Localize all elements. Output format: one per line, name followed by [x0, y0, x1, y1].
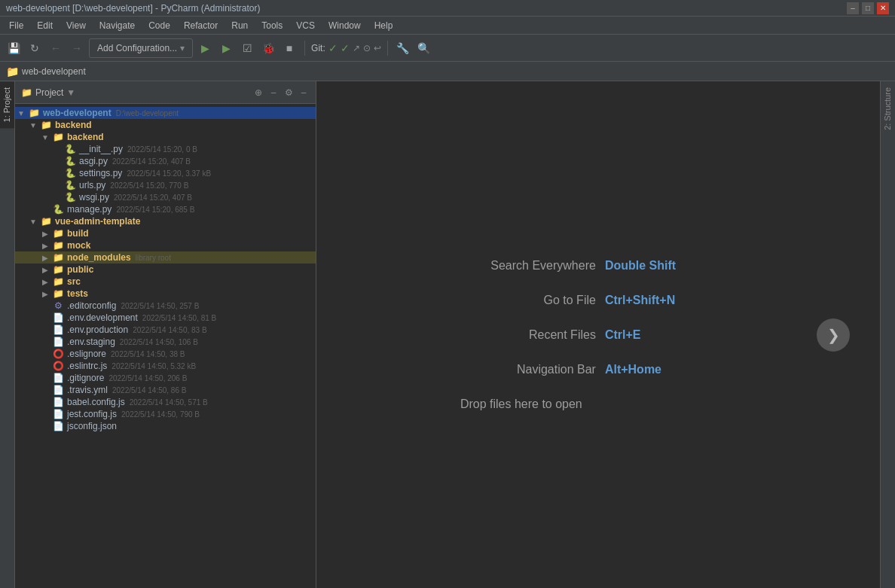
file-meta: 2022/5/14 15:20, 407 B [112, 157, 191, 166]
maximize-button[interactable]: □ [862, 2, 874, 14]
next-tip-button[interactable]: ❯ [817, 318, 850, 352]
tree-item-env-prod[interactable]: 📄.env.production2022/5/14 14:50, 83 B [15, 324, 316, 336]
file-name: mock [67, 240, 90, 251]
tree-item-gitignore[interactable]: 📄.gitignore2022/5/14 14:50, 206 B [15, 372, 316, 384]
tree-item-backend1[interactable]: ▼📁backend [15, 119, 316, 131]
file-meta: 2022/5/14 15:20, 3.37 kB [127, 169, 211, 178]
menu-item-refactor[interactable]: Refactor [178, 19, 224, 32]
expand-arrow[interactable]: ▼ [39, 133, 51, 142]
tree-item-editorconfig[interactable]: ⚙.editorconfig2022/5/14 14:50, 257 B [15, 300, 316, 312]
file-meta: 2022/5/14 14:50, 257 B [121, 302, 199, 310]
file-icon: 📄 [51, 385, 65, 395]
tree-item-jest[interactable]: 📄jest.config.js2022/5/14 14:50, 790 B [15, 408, 316, 420]
file-icon: 📄 [51, 397, 65, 407]
expand-arrow[interactable]: ▶ [39, 230, 51, 238]
breadcrumb-bar: 📁 web-developent [0, 62, 895, 81]
tree-item-src[interactable]: ▶📁src [15, 276, 316, 288]
file-icon: ⭕ [51, 349, 65, 359]
tree-item-env-dev[interactable]: 📄.env.development2022/5/14 14:50, 81 B [15, 312, 316, 324]
menu-item-view[interactable]: View [60, 19, 92, 32]
tree-item-mock[interactable]: ▶📁mock [15, 239, 316, 251]
file-icon: ⭕ [51, 361, 65, 371]
file-name: manage.py [67, 204, 111, 215]
minimize-button[interactable]: – [847, 2, 859, 14]
tree-item-settings[interactable]: 🐍settings.py2022/5/14 15:20, 3.37 kB [15, 167, 316, 179]
forward-button[interactable]: → [68, 39, 86, 57]
tree-item-init[interactable]: 🐍__init__.py2022/5/14 15:20, 0 B [15, 143, 316, 155]
sync-button[interactable]: ↻ [26, 39, 44, 57]
tree-item-manage[interactable]: 🐍manage.py2022/5/14 15:20, 685 B [15, 203, 316, 215]
file-name: backend [67, 132, 104, 142]
expand-arrow[interactable]: ▼ [27, 121, 39, 129]
welcome-shortcut: Alt+Home [605, 363, 661, 376]
menu-item-vcs[interactable]: VCS [290, 19, 321, 32]
expand-arrow[interactable]: ▼ [27, 218, 39, 226]
tree-item-backend2[interactable]: ▼📁backend [15, 131, 316, 143]
search-button[interactable]: 🔍 [415, 39, 433, 57]
menu-item-tools[interactable]: Tools [255, 19, 289, 32]
project-title: 📁 Project ▼ [21, 87, 248, 98]
collapse-all-button[interactable]: – [267, 87, 279, 99]
menu-item-window[interactable]: Window [322, 19, 367, 32]
tree-item-eslignore[interactable]: ⭕.eslignore2022/5/14 14:50, 38 B [15, 348, 316, 360]
file-icon: 📁 [39, 120, 53, 130]
menu-bar: FileEditViewNavigateCodeRefactorRunTools… [0, 17, 895, 35]
menu-item-run[interactable]: Run [225, 19, 254, 32]
project-settings-button[interactable]: ⚙ [283, 87, 295, 99]
stop-button[interactable]: ■ [280, 39, 298, 57]
menu-item-navigate[interactable]: Navigate [93, 19, 141, 32]
sidebar-item-structure[interactable]: 2: Structure [881, 81, 895, 136]
file-icon: 📁 [27, 108, 41, 118]
expand-arrow[interactable]: ▶ [39, 278, 51, 286]
file-icon: 📁 [51, 276, 65, 287]
expand-all-button[interactable]: ⊕ [252, 87, 264, 99]
file-name: src [67, 276, 81, 287]
menu-item-help[interactable]: Help [368, 19, 399, 32]
file-icon: 📄 [51, 409, 65, 419]
tree-item-tests[interactable]: ▶📁tests [15, 288, 316, 300]
git-commit-icon: ⊙ [363, 43, 371, 53]
run-button[interactable]: ▶ [196, 39, 214, 57]
debug-button[interactable]: 🐞 [259, 39, 277, 57]
tree-item-vue-admin[interactable]: ▼📁vue-admin-template [15, 215, 316, 227]
close-button[interactable]: ✕ [877, 2, 889, 14]
tree-item-urls[interactable]: 🐍urls.py2022/5/14 15:20, 770 B [15, 179, 316, 191]
tree-item-node_modules[interactable]: ▶📁node_moduleslibrary root [15, 251, 316, 264]
file-meta: 2022/5/14 14:50, 81 B [142, 314, 216, 322]
file-name: build [67, 228, 89, 239]
tree-item-babel[interactable]: 📄babel.config.js2022/5/14 14:50, 571 B [15, 396, 316, 408]
expand-arrow[interactable]: ▶ [39, 242, 51, 250]
file-icon: 📄 [51, 337, 65, 347]
tree-item-build[interactable]: ▶📁build [15, 227, 316, 239]
dropdown-icon[interactable]: ▼ [66, 87, 75, 98]
run2-button[interactable]: ▶ [217, 39, 235, 57]
expand-arrow[interactable]: ▶ [39, 290, 51, 298]
expand-arrow[interactable]: ▶ [39, 254, 51, 262]
add-configuration-button[interactable]: Add Configuration... ▾ [89, 38, 193, 58]
close-panel-button[interactable]: – [298, 87, 310, 99]
tree-item-jsconfig[interactable]: 📄jsconfig.json [15, 420, 316, 432]
expand-arrow[interactable]: ▼ [15, 109, 27, 117]
tree-item-travis[interactable]: 📄.travis.yml2022/5/14 14:50, 86 B [15, 384, 316, 396]
editor-area: Search EverywhereDouble ShiftGo to FileC… [316, 81, 880, 588]
save-button[interactable]: 💾 [5, 39, 23, 57]
project-header: 📁 Project ▼ ⊕ – ⚙ – [15, 81, 316, 104]
file-icon: 📁 [51, 288, 65, 299]
settings-button[interactable]: 🔧 [394, 39, 412, 57]
back-button[interactable]: ← [47, 39, 65, 57]
tree-item-public[interactable]: ▶📁public [15, 264, 316, 276]
expand-arrow[interactable]: ▶ [39, 266, 51, 274]
file-name: urls.py [79, 180, 105, 190]
coverage-button[interactable]: ☑ [238, 39, 256, 57]
tree-item-eslintrc[interactable]: ⭕.eslintrc.js2022/5/14 14:50, 5.32 kB [15, 360, 316, 372]
menu-item-edit[interactable]: Edit [31, 19, 59, 32]
menu-item-file[interactable]: File [3, 19, 29, 32]
tree-item-asgi[interactable]: 🐍asgi.py2022/5/14 15:20, 407 B [15, 155, 316, 167]
sidebar-item-project[interactable]: 1: Project [0, 81, 14, 128]
git-undo-icon: ↩ [374, 43, 381, 53]
menu-item-code[interactable]: Code [142, 19, 176, 32]
tree-item-wsgi[interactable]: 🐍wsgi.py2022/5/14 15:20, 407 B [15, 191, 316, 203]
tree-item-root[interactable]: ▼📁web-developentD:\web-developent [15, 107, 316, 119]
file-icon: 📁 [51, 240, 65, 251]
tree-item-env-stag[interactable]: 📄.env.staging2022/5/14 14:50, 106 B [15, 336, 316, 348]
